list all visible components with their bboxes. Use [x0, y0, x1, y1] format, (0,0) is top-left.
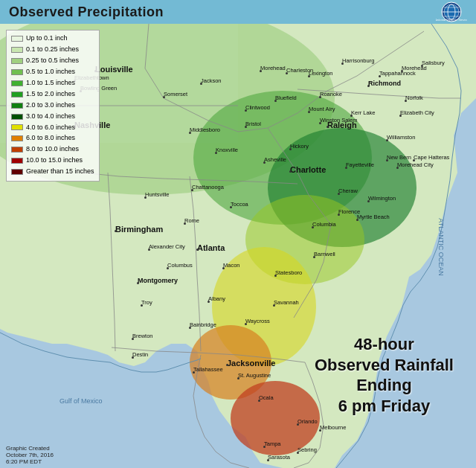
- city-label: Florence: [338, 208, 360, 215]
- map-area: ATLANTIC OCEAN Gulf of Mexico Up to 0.1 …: [0, 24, 476, 468]
- legend-item: 6.0 to 8.0 inches: [11, 133, 94, 144]
- city-dot: [313, 256, 315, 258]
- city-dot: [327, 126, 329, 128]
- city-dot: [141, 304, 143, 307]
- city-label: Macon: [223, 262, 240, 269]
- city-dot: [184, 222, 186, 225]
- city-label: Wilmington: [368, 195, 396, 202]
- legend-label: 8.0 to 10.0 inches: [26, 144, 79, 155]
- legend-swatch: [11, 114, 23, 120]
- city-dot: [226, 364, 228, 366]
- city-label: Columbus: [167, 262, 193, 269]
- city-label: Columbia: [312, 221, 336, 228]
- city-dot: [289, 170, 292, 173]
- city-dot: [274, 275, 277, 277]
- legend-label: 0.25 to 0.5 inches: [26, 56, 79, 66]
- city-label: Bainbridge: [190, 321, 216, 328]
- legend-swatch: [11, 124, 23, 130]
- city-label: Atlanta: [197, 243, 225, 252]
- city-dot: [237, 377, 239, 379]
- main-container: Observed Precipitation National Weather …: [0, 0, 476, 468]
- city-dot: [193, 371, 195, 374]
- city-dot: [396, 167, 399, 169]
- city-label: Waycross: [245, 318, 270, 324]
- city-label: Huntsville: [145, 191, 170, 198]
- city-dot: [132, 338, 134, 340]
- legend-swatch: [11, 158, 23, 164]
- city-dot: [367, 200, 370, 202]
- city-label: Elizabeth City: [400, 109, 434, 116]
- city-dot: [421, 65, 423, 67]
- city-label: Jackson: [201, 77, 222, 84]
- city-dot: [258, 400, 260, 402]
- city-label: Winston Salem: [320, 117, 357, 124]
- city-label: Rome: [184, 217, 199, 224]
- legend-swatch: [11, 147, 23, 153]
- city-dot: [196, 249, 199, 251]
- city-dot: [338, 214, 340, 216]
- city-dot: [230, 206, 232, 208]
- city-label: Savannah: [274, 299, 299, 306]
- city-label: Tallahassee: [193, 366, 223, 373]
- city-label: Kerr Lake: [351, 109, 376, 116]
- city-label: Morehead City: [397, 161, 434, 168]
- annotation-text: 48-hour Observed Rainfall Ending 6 pm Fr…: [315, 334, 454, 416]
- legend-item: Greater than 15 inches: [11, 167, 94, 177]
- city-dot: [405, 100, 407, 102]
- annotation-line1: 48-hour: [315, 334, 454, 355]
- legend-label: 2.0 to 3.0 inches: [26, 100, 75, 111]
- city-label: New Bern: [387, 154, 411, 161]
- city-dot: [312, 226, 314, 228]
- annotation-line2: Observed Rainfall: [315, 355, 454, 376]
- legend-label: 1.0 to 1.5 inches: [26, 78, 75, 89]
- city-dot: [189, 327, 191, 329]
- city-dot: [148, 249, 150, 251]
- city-dot: [319, 122, 321, 124]
- legend-swatch: [11, 69, 23, 75]
- legend-item: Up to 0.1 inch: [11, 33, 94, 44]
- city-dot: [286, 72, 288, 74]
- legend-item: 2.0 to 3.0 inches: [11, 100, 94, 111]
- city-label: Richmond: [368, 80, 401, 87]
- legend-item: 3.0 to 4.0 inches: [11, 112, 94, 122]
- city-label: Chattanooga: [192, 184, 224, 190]
- city-dot: [245, 126, 247, 128]
- legend-item: 0.1 to 0.25 inches: [11, 45, 94, 55]
- footer-graphic-created: Graphic Created: [6, 445, 54, 452]
- city-label: Troy: [141, 299, 152, 306]
- city-label: Bristol: [245, 121, 261, 127]
- legend-swatch: [11, 47, 23, 53]
- legend-swatch: [11, 80, 23, 86]
- annotation-line3: Ending: [315, 375, 454, 396]
- city-label: Asheville: [264, 156, 286, 163]
- city-dot: [297, 423, 299, 426]
- nws-logo-icon: National Weather Service: [436, 1, 467, 22]
- city-dot: [245, 323, 247, 325]
- city-label: Louisville: [95, 65, 133, 74]
- precipitation-legend: Up to 0.1 inch0.1 to 0.25 inches0.25 to …: [6, 30, 100, 182]
- annotation-line4: 6 pm Friday: [315, 396, 454, 417]
- city-dot: [263, 446, 266, 448]
- city-label: Somerset: [164, 91, 187, 97]
- city-dot: [367, 85, 370, 87]
- city-label: Williamston: [387, 134, 415, 141]
- city-dot: [115, 230, 117, 232]
- city-label: Clintwood: [245, 104, 270, 111]
- legend-item: 0.25 to 0.5 inches: [11, 56, 94, 66]
- city-dot: [379, 75, 381, 77]
- city-dot: [167, 267, 169, 269]
- city-dot: [260, 70, 262, 72]
- city-dot: [200, 83, 202, 85]
- city-dot: [137, 282, 139, 284]
- city-dot: [191, 189, 193, 191]
- city-dot: [189, 132, 191, 134]
- city-label: Bluefield: [275, 94, 297, 101]
- city-dot: [132, 356, 134, 359]
- city-label: Barnwell: [314, 251, 335, 257]
- city-label: Hickory: [290, 143, 309, 150]
- city-label: Statesboro: [275, 269, 302, 276]
- city-dot: [399, 115, 402, 117]
- city-label: Melbourne: [320, 424, 346, 431]
- city-dot: [208, 301, 210, 303]
- city-dot: [386, 159, 388, 161]
